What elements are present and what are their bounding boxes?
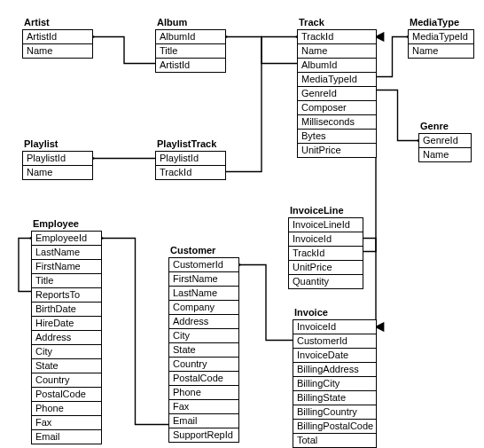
field-employee-postalcode: PostalCode <box>31 388 102 402</box>
field-customer-lastname: LastName <box>168 287 239 301</box>
entity-mediatype: MediaTypeMediaTypeIdName <box>408 16 474 59</box>
field-artist-artistid: ArtistId <box>22 29 93 44</box>
field-album-artistid: ArtistId <box>155 59 226 73</box>
entity-title-mediatype: MediaType <box>408 16 474 29</box>
field-track-unitprice: UnitPrice <box>297 144 377 158</box>
field-invoice-billingpostalcode: BillingPostalCode <box>293 420 377 434</box>
field-customer-country: Country <box>168 358 239 372</box>
entity-invoice: InvoiceInvoiceIdCustomerIdInvoiceDateBil… <box>293 306 377 448</box>
field-track-trackid: TrackId <box>297 29 377 44</box>
field-invoice-customerid: CustomerId <box>293 334 377 349</box>
field-playlisttrack-trackid: TrackId <box>155 166 226 180</box>
field-mediatype-name: Name <box>408 44 474 59</box>
field-playlist-playlistid: PlaylistId <box>22 151 93 166</box>
field-employee-email: Email <box>31 430 102 444</box>
field-track-mediatypeid: MediaTypeId <box>297 73 377 87</box>
field-customer-company: Company <box>168 301 239 315</box>
field-invoice-billingaddress: BillingAddress <box>293 363 377 377</box>
field-employee-birthdate: BirthDate <box>31 303 102 317</box>
entity-title-playlisttrack: PlaylistTrack <box>155 138 226 151</box>
field-customer-fax: Fax <box>168 400 239 414</box>
relation-customer-SupportRepId-to-employee-EmployeeId <box>102 239 168 425</box>
field-track-bytes: Bytes <box>297 130 377 144</box>
entity-genre: GenreGenreIdName <box>418 120 472 162</box>
field-track-genreid: GenreId <box>297 87 377 101</box>
field-customer-city: City <box>168 329 239 343</box>
entity-title-artist: Artist <box>22 16 93 29</box>
field-customer-email: Email <box>168 414 239 428</box>
entity-title-genre: Genre <box>418 120 472 133</box>
field-customer-state: State <box>168 343 239 358</box>
field-mediatype-mediatypeid: MediaTypeId <box>408 29 474 44</box>
entity-title-album: Album <box>155 16 226 29</box>
field-genre-genreid: GenreId <box>418 133 472 148</box>
entity-title-playlist: Playlist <box>22 138 93 151</box>
entity-title-employee: Employee <box>31 217 102 231</box>
relation-invoice-CustomerId-to-customer-CustomerId <box>239 265 293 341</box>
field-invoice-invoiceid: InvoiceId <box>293 319 377 334</box>
entity-customer: CustomerCustomerIdFirstNameLastNameCompa… <box>168 244 239 443</box>
relation-album-ArtistId-to-artist-ArtistId <box>93 37 155 64</box>
field-customer-firstname: FirstName <box>168 272 239 287</box>
entity-title-invoiceline: InvoiceLine <box>288 204 363 217</box>
field-customer-address: Address <box>168 315 239 329</box>
relation-track-GenreId-to-genre-GenreId <box>377 90 418 141</box>
entity-title-customer: Customer <box>168 244 239 257</box>
field-artist-name: Name <box>22 44 93 59</box>
relation-track-AlbumId-to-album-AlbumId <box>226 37 297 64</box>
field-track-albumid: AlbumId <box>297 59 377 73</box>
field-customer-supportrepid: SupportRepId <box>168 428 239 443</box>
relation-track-MediaTypeId-to-mediatype-MediaTypeId <box>377 37 408 77</box>
field-customer-customerid: CustomerId <box>168 257 239 272</box>
field-genre-name: Name <box>418 148 472 162</box>
entity-title-track: Track <box>297 16 377 29</box>
entity-employee: EmployeeEmployeeIdLastNameFirstNameTitle… <box>31 217 102 444</box>
field-employee-lastname: LastName <box>31 246 102 260</box>
field-album-title: Title <box>155 44 226 59</box>
field-employee-phone: Phone <box>31 402 102 416</box>
field-invoice-billingcountry: BillingCountry <box>293 405 377 420</box>
field-track-milliseconds: Milliseconds <box>297 115 377 130</box>
entity-title-invoice: Invoice <box>293 306 377 319</box>
entity-invoiceline: InvoiceLineInvoiceLineIdInvoiceIdTrackId… <box>288 204 363 289</box>
field-invoiceline-invoiceid: InvoiceId <box>288 232 363 247</box>
relation-employee-ReportsTo-to-employee-EmployeeId <box>19 239 31 292</box>
field-employee-reportsto: ReportsTo <box>31 288 102 303</box>
field-track-name: Name <box>297 44 377 59</box>
field-invoiceline-trackid: TrackId <box>288 247 363 261</box>
field-invoiceline-unitprice: UnitPrice <box>288 261 363 275</box>
field-employee-city: City <box>31 345 102 359</box>
field-playlisttrack-playlistid: PlaylistId <box>155 151 226 166</box>
field-employee-firstname: FirstName <box>31 260 102 274</box>
field-employee-fax: Fax <box>31 416 102 430</box>
field-playlist-name: Name <box>22 166 93 180</box>
entity-playlisttrack: PlaylistTrackPlaylistIdTrackId <box>155 138 226 180</box>
field-employee-title: Title <box>31 274 102 288</box>
relation-playlisttrack-TrackId-to-track-TrackId <box>226 37 297 172</box>
field-invoice-total: Total <box>293 434 377 448</box>
field-invoice-invoicedate: InvoiceDate <box>293 349 377 363</box>
field-employee-employeeid: EmployeeId <box>31 231 102 246</box>
field-employee-hiredate: HireDate <box>31 317 102 331</box>
field-invoiceline-invoicelineid: InvoiceLineId <box>288 217 363 232</box>
field-customer-postalcode: PostalCode <box>168 372 239 386</box>
entity-artist: ArtistArtistIdName <box>22 16 93 59</box>
entity-track: TrackTrackIdNameAlbumIdMediaTypeIdGenreI… <box>297 16 377 158</box>
field-customer-phone: Phone <box>168 386 239 400</box>
field-employee-state: State <box>31 359 102 373</box>
field-employee-address: Address <box>31 331 102 345</box>
entity-album: AlbumAlbumIdTitleArtistId <box>155 16 226 73</box>
field-employee-country: Country <box>31 373 102 388</box>
er-diagram: ArtistArtistIdNameAlbumAlbumIdTitleArtis… <box>0 0 484 448</box>
field-album-albumid: AlbumId <box>155 29 226 44</box>
entity-playlist: PlaylistPlaylistIdName <box>22 138 93 180</box>
field-invoice-billingstate: BillingState <box>293 391 377 405</box>
field-invoiceline-quantity: Quantity <box>288 275 363 289</box>
field-track-composer: Composer <box>297 101 377 115</box>
field-invoice-billingcity: BillingCity <box>293 377 377 391</box>
